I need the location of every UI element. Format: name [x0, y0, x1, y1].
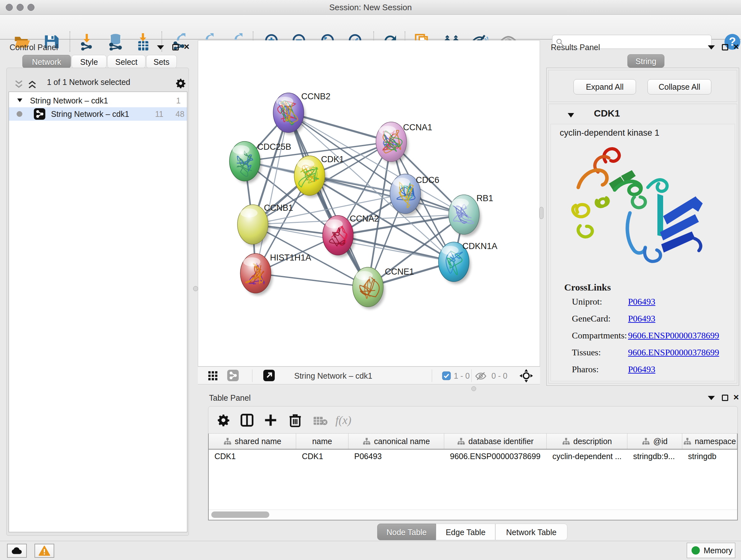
- network-node-ccne1[interactable]: [353, 267, 385, 309]
- tab-edge-table[interactable]: Edge Table: [436, 523, 495, 540]
- network-node-rb1[interactable]: [449, 195, 481, 237]
- cloud-button[interactable]: [7, 544, 27, 558]
- collapse-all-button[interactable]: Collapse All: [648, 79, 711, 95]
- column-header-database-identifier[interactable]: database identifier: [444, 434, 547, 449]
- collapse-all-icon[interactable]: [14, 79, 24, 89]
- tab-string[interactable]: String: [627, 54, 664, 68]
- table-gear-icon[interactable]: [217, 414, 230, 427]
- cloud-icon: [11, 546, 23, 555]
- section-expander-icon[interactable]: [567, 112, 575, 118]
- hidden-count: 0 - 0: [491, 367, 508, 385]
- tab-style[interactable]: Style: [71, 55, 107, 68]
- selected-checkbox-icon[interactable]: [442, 371, 451, 380]
- delete-column-icon[interactable]: [288, 413, 302, 428]
- network-column-icon: [562, 437, 570, 445]
- column-header-description[interactable]: description: [547, 434, 627, 449]
- toolbar-separator: [471, 369, 472, 382]
- control-panel-close-icon[interactable]: ×: [184, 44, 190, 50]
- crosslink-label: GeneCard:: [572, 314, 610, 324]
- column-label: name: [312, 437, 332, 446]
- gear-icon[interactable]: [175, 78, 186, 89]
- tree-collection-label: String Network – cdk1: [30, 94, 108, 107]
- node-label: CDK1: [321, 154, 344, 164]
- table-panel-float-icon[interactable]: [722, 395, 728, 401]
- table-cell[interactable]: P06493: [348, 449, 444, 463]
- column-header-canonical-name[interactable]: canonical name: [348, 434, 444, 449]
- warning-button[interactable]: [35, 544, 54, 558]
- node-label: CCNA2: [350, 214, 379, 224]
- navigator-crosshair-icon[interactable]: [520, 369, 533, 382]
- column-header-namespace[interactable]: namespace: [682, 434, 737, 449]
- column-header-name[interactable]: name: [296, 434, 348, 449]
- crosslink-link[interactable]: P06493: [628, 297, 656, 307]
- table-cell[interactable]: stringdb: [682, 449, 737, 463]
- crosslink-row: GeneCard:P06493: [551, 314, 730, 329]
- crosslink-row: Pharos:P06493: [551, 364, 730, 380]
- control-panel-float-icon[interactable]: [172, 44, 179, 51]
- network-type-icon: [34, 108, 45, 120]
- results-panel-close-icon[interactable]: ×: [733, 44, 739, 50]
- expand-all-icon[interactable]: [27, 79, 37, 89]
- function-builder-icon[interactable]: f(x): [335, 414, 351, 427]
- splitter-handle[interactable]: [193, 286, 198, 291]
- tab-sets[interactable]: Sets: [146, 55, 177, 68]
- add-column-icon[interactable]: [264, 414, 277, 427]
- results-panel-float-icon[interactable]: [722, 44, 728, 51]
- table-cell[interactable]: cyclin-dependent ...: [547, 449, 627, 463]
- hidden-eye-icon[interactable]: [475, 372, 488, 381]
- crosslink-row: Uniprot:P06493: [551, 297, 730, 312]
- network-column-icon: [223, 437, 232, 445]
- tree-network-node-count: 11: [155, 107, 163, 121]
- memory-button[interactable]: Memory: [687, 543, 735, 558]
- results-panel-menu-icon[interactable]: [708, 45, 715, 50]
- results-panel-body: Expand All Collapse All CDK1 cyclin-depe…: [546, 68, 739, 386]
- splitter-handle[interactable]: [539, 207, 543, 219]
- import-table-file-icon[interactable]: [135, 33, 152, 51]
- crosslink-row: Compartments:9606.ENSP00000378699: [551, 330, 730, 346]
- toolbar-separator: [432, 369, 432, 382]
- crosslink-link[interactable]: 9606.ENSP00000378699: [628, 348, 719, 358]
- gene-description: cyclin-dependent kinase 1: [560, 128, 659, 138]
- toolbar-separator: [70, 31, 70, 52]
- crosslink-link[interactable]: P06493: [628, 364, 656, 374]
- expand-all-button[interactable]: Expand All: [574, 79, 636, 95]
- table-panel-close-icon[interactable]: ×: [733, 394, 739, 400]
- table-cell[interactable]: CDK1: [296, 449, 348, 463]
- birdseye-grid-icon[interactable]: [207, 370, 218, 381]
- network-view-title: String Network – cdk1: [294, 367, 373, 385]
- network-canvas[interactable]: CCNB2CCNA1CDC25BCDK1CDC6RB1CCNB1CCNA2CDK…: [198, 40, 540, 367]
- network-node-hist1h1a[interactable]: [240, 253, 273, 295]
- delete-table-icon[interactable]: [313, 416, 328, 426]
- tab-network[interactable]: Network: [22, 55, 71, 68]
- tree-row-collection[interactable]: String Network – cdk1 1: [9, 94, 187, 107]
- open-in-window-button[interactable]: [263, 370, 275, 381]
- import-network-database-icon[interactable]: [105, 33, 126, 51]
- splitter-handle[interactable]: [471, 386, 476, 391]
- tab-network-table[interactable]: Network Table: [495, 523, 567, 540]
- column-label: database identifier: [468, 437, 534, 446]
- import-network-file-icon[interactable]: [78, 33, 96, 51]
- network-node-ccnb2[interactable]: [273, 93, 306, 135]
- crosslink-link[interactable]: P06493: [628, 314, 656, 324]
- scrollbar-thumb[interactable]: [211, 511, 269, 518]
- show-columns-icon[interactable]: [240, 414, 254, 427]
- tab-node-table[interactable]: Node Table: [377, 523, 436, 540]
- tab-select[interactable]: Select: [107, 55, 145, 68]
- table-cell[interactable]: stringdb:9...: [627, 449, 682, 463]
- tree-collection-count: 1: [176, 94, 181, 107]
- table-cell[interactable]: 9606.ENSP00000378699: [444, 449, 547, 463]
- column-header--id[interactable]: @id: [627, 434, 682, 449]
- column-header-shared-name[interactable]: shared name: [209, 434, 296, 449]
- main-toolbar: ?: [0, 15, 741, 40]
- horizontal-scrollbar[interactable]: [209, 509, 737, 519]
- table-cell[interactable]: CDK1: [209, 449, 296, 463]
- network-type-button[interactable]: [227, 370, 239, 381]
- table-panel-menu-icon[interactable]: [708, 396, 715, 400]
- tree-row-network[interactable]: String Network – cdk1 11 48: [9, 107, 187, 121]
- network-graph[interactable]: CCNB2CCNA1CDC25BCDK1CDC6RB1CCNB1CCNA2CDK…: [198, 41, 540, 366]
- crosslink-link[interactable]: 9606.ENSP00000378699: [628, 330, 719, 341]
- network-column-icon: [362, 437, 371, 445]
- control-panel-menu-icon[interactable]: [157, 45, 164, 50]
- node-label: CCNB2: [301, 91, 331, 101]
- tree-expander-icon[interactable]: [17, 98, 23, 103]
